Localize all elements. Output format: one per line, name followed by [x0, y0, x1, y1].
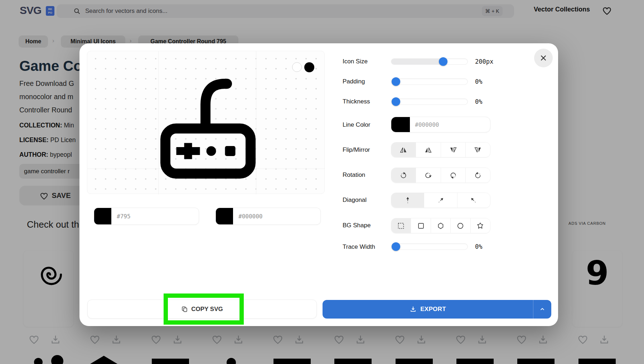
bg-shape-blob-button[interactable]: [471, 218, 490, 233]
icon-preview-canvas: [87, 51, 325, 194]
icon-size-slider[interactable]: [391, 58, 468, 65]
svgrepo-page: SVG RE PO Search for vectors and icons..…: [0, 0, 644, 364]
line-color-field-canvas: [216, 208, 321, 225]
trace-width-slider[interactable]: [391, 243, 468, 250]
diagonal-up-right-button[interactable]: [424, 193, 457, 208]
copy-svg-highlight-box: [164, 293, 244, 325]
rotate-cw-90-button[interactable]: [416, 168, 441, 183]
canvas-bg-white-toggle[interactable]: [292, 62, 302, 72]
rotate-ccw-button[interactable]: [466, 168, 490, 183]
trace-width-value: 0%: [475, 243, 507, 250]
export-download-icon: [410, 306, 417, 313]
bg-shape-group: [391, 218, 490, 233]
padding-value: 0%: [475, 78, 507, 85]
thickness-value: 0%: [475, 98, 507, 105]
canvas-bg-black-toggle[interactable]: [304, 62, 314, 72]
bg-shape-none-button[interactable]: [391, 218, 411, 233]
rotate-cw-button[interactable]: [391, 168, 416, 183]
flip-vertical-up-button[interactable]: [466, 142, 490, 157]
export-options-caret[interactable]: [533, 306, 551, 312]
rotation-group: [391, 168, 490, 183]
bg-shape-circle-button[interactable]: [451, 218, 470, 233]
line-color-swatch[interactable]: [216, 208, 233, 224]
padding-slider[interactable]: [391, 78, 468, 85]
line-color-field: [391, 117, 490, 132]
diagonal-up-button[interactable]: [391, 193, 424, 208]
export-label: EXPORT: [420, 306, 446, 313]
diagonal-group: [391, 193, 490, 208]
chevron-up-icon: [539, 306, 546, 312]
export-button[interactable]: EXPORT: [323, 300, 551, 319]
close-button[interactable]: [534, 49, 553, 67]
line-color-picker-swatch[interactable]: [391, 117, 410, 132]
flip-horizontal-right-button[interactable]: [391, 142, 416, 157]
game-controller-icon: [157, 67, 261, 181]
line-color-hex-input[interactable]: [410, 117, 490, 132]
fill-color-input[interactable]: [111, 208, 199, 224]
diagonal-up-left-button[interactable]: [457, 193, 490, 208]
thickness-slider[interactable]: [391, 98, 468, 105]
bg-shape-square-button[interactable]: [411, 218, 431, 233]
bg-shape-hexagon-button[interactable]: [431, 218, 451, 233]
line-color-input[interactable]: [233, 208, 320, 224]
flip-mirror-group: [391, 142, 490, 157]
icon-size-value: 200px: [475, 58, 507, 65]
rotate-ccw-180-button[interactable]: [441, 168, 466, 183]
flip-horizontal-left-button[interactable]: [416, 142, 441, 157]
icon-editor-modal: Icon Size 200px Padding 0% Thickness 0% …: [79, 43, 558, 326]
fill-color-swatch[interactable]: [94, 208, 111, 224]
flip-vertical-down-button[interactable]: [441, 142, 466, 157]
fill-color-field: [94, 208, 199, 225]
